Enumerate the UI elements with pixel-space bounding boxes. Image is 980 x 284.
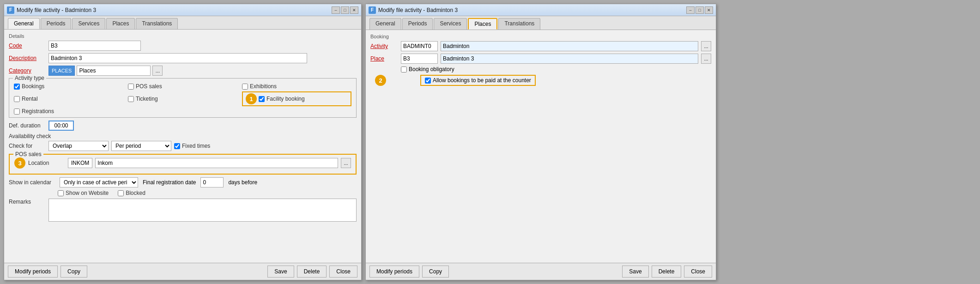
final-reg-input[interactable] <box>200 177 224 187</box>
per-period-select[interactable]: Per period <box>111 141 171 151</box>
left-window: F Modify file activity - Badminton 3 – □… <box>4 4 362 280</box>
category-input[interactable] <box>77 66 151 76</box>
facility-booking-highlight: 1 Facility booking <box>242 91 351 106</box>
availability-section: Availability check Check for Overlap Per… <box>9 133 357 151</box>
tab-general-left[interactable]: General <box>8 18 40 29</box>
details-section-label: Details <box>9 33 357 39</box>
ticketing-checkbox-item: Ticketing <box>128 91 237 106</box>
def-duration-label: Def. duration <box>9 122 46 129</box>
exhibitions-checkbox[interactable] <box>242 84 248 90</box>
ticketing-checkbox[interactable] <box>128 96 134 102</box>
facility-booking-checkbox[interactable] <box>259 96 265 102</box>
left-save-button[interactable]: Save <box>267 266 294 278</box>
place-browse-button[interactable]: ... <box>701 54 711 64</box>
place-name-input[interactable] <box>441 54 698 64</box>
bookings-checkbox-item: Bookings <box>14 83 123 90</box>
blocked-checkbox[interactable] <box>118 190 124 196</box>
left-content: Details Code Description Category PLACES… <box>4 30 361 263</box>
left-close-button[interactable]: ✕ <box>350 6 358 14</box>
right-content: Booking Activity ... Place ... Booking o… <box>366 30 716 263</box>
left-maximize-button[interactable]: □ <box>341 6 349 14</box>
registrations-checkbox[interactable] <box>14 109 20 115</box>
remarks-row: Remarks <box>9 199 357 222</box>
pos-sales-checkbox[interactable] <box>128 84 134 90</box>
right-title-bar: F Modify file activity - Badminton 3 – □… <box>366 4 716 16</box>
right-app-icon: F <box>369 6 376 14</box>
tab-general-right[interactable]: General <box>369 18 401 30</box>
category-row: Category PLACES ... <box>9 66 357 76</box>
tab-translations-left[interactable]: Translations <box>136 18 178 29</box>
category-tag: PLACES <box>48 66 75 76</box>
fixed-times-checkbox[interactable] <box>174 143 180 149</box>
def-duration-input[interactable] <box>48 121 74 131</box>
right-copy-button[interactable]: Copy <box>422 266 449 278</box>
def-duration-row: Def. duration <box>9 121 357 131</box>
fixed-times-label: Fixed times <box>182 143 210 149</box>
left-minimize-button[interactable]: – <box>332 6 340 14</box>
place-code-input[interactable] <box>401 54 438 64</box>
left-delete-button[interactable]: Delete <box>297 266 327 278</box>
category-browse-button[interactable]: ... <box>152 66 163 76</box>
right-close-button[interactable]: ✕ <box>705 6 713 14</box>
left-copy-button[interactable]: Copy <box>60 266 87 278</box>
blocked-label: Blocked <box>126 190 145 196</box>
activity-label: Activity <box>370 43 398 49</box>
pos-sales-label: POS sales <box>136 83 162 90</box>
tab-periods-left[interactable]: Periods <box>41 18 72 29</box>
pos-sales-legend: POS sales <box>13 151 43 157</box>
tab-services-right[interactable]: Services <box>434 18 467 30</box>
rental-checkbox-item: Rental <box>14 91 123 106</box>
left-window-title: Modify file activity - Badminton 3 <box>17 7 332 13</box>
right-maximize-button[interactable]: □ <box>696 6 704 14</box>
activity-browse-button[interactable]: ... <box>701 41 711 51</box>
overlap-select[interactable]: Overlap <box>48 141 109 151</box>
exhibitions-checkbox-item: Exhibitions <box>242 83 351 90</box>
description-label: Description <box>9 55 46 61</box>
booking-obligatory-checkbox[interactable] <box>401 66 407 73</box>
right-modify-periods-button[interactable]: Modify periods <box>369 266 419 278</box>
location-row: 3 Location INKOM ... <box>14 157 351 169</box>
left-modify-periods-button[interactable]: Modify periods <box>8 266 58 278</box>
registrations-checkbox-item: Registrations <box>14 108 123 115</box>
place-row: Place ... <box>370 54 711 64</box>
location-browse-button[interactable]: ... <box>341 158 351 168</box>
show-website-checkbox[interactable] <box>58 190 64 196</box>
category-field-group: PLACES ... <box>48 66 163 76</box>
allow-bookings-checkbox[interactable] <box>425 78 431 84</box>
blocked-checkbox-item: Blocked <box>118 190 145 196</box>
activity-code-input[interactable] <box>401 41 438 51</box>
right-save-button[interactable]: Save <box>622 266 648 278</box>
code-row: Code <box>9 41 357 51</box>
remarks-textarea[interactable] <box>48 199 357 222</box>
facility-booking-checkbox-item: Facility booking <box>259 96 305 102</box>
right-window-title: Modify file activity - Badminton 3 <box>378 7 686 13</box>
right-delete-button[interactable]: Delete <box>652 266 682 278</box>
location-name-input[interactable] <box>95 158 338 168</box>
tab-services-left[interactable]: Services <box>72 18 105 29</box>
rental-checkbox[interactable] <box>14 96 20 102</box>
exhibitions-label: Exhibitions <box>250 83 277 90</box>
ticketing-label: Ticketing <box>136 96 158 102</box>
right-close-button[interactable]: Close <box>684 266 712 278</box>
tab-translations-right[interactable]: Translations <box>498 18 540 30</box>
show-website-checkbox-item: Show on Website <box>58 190 109 196</box>
fixed-times-checkbox-item: Fixed times <box>174 143 210 149</box>
left-close-button[interactable]: Close <box>329 266 357 278</box>
code-input[interactable] <box>48 41 141 51</box>
left-title-bar: F Modify file activity - Badminton 3 – □… <box>4 4 361 16</box>
activity-name-input[interactable] <box>441 41 698 51</box>
show-calendar-select[interactable]: Only in case of active peri <box>60 177 138 187</box>
activity-type-legend: Activity type <box>13 75 46 81</box>
show-calendar-row: Show in calendar Only in case of active … <box>9 177 357 187</box>
left-bottom-bar: Modify periods Copy Save Delete Close <box>4 263 361 280</box>
bookings-checkbox[interactable] <box>14 84 20 90</box>
left-app-icon: F <box>7 6 14 14</box>
final-reg-label: Final registration date <box>143 179 196 186</box>
location-label: Location <box>28 160 65 166</box>
tab-places-left[interactable]: Places <box>106 18 135 29</box>
tab-periods-right[interactable]: Periods <box>402 18 433 30</box>
right-minimize-button[interactable]: – <box>686 6 695 14</box>
description-input[interactable] <box>48 53 307 63</box>
pos-sales-checkbox-item: POS sales <box>128 83 237 90</box>
tab-places-right[interactable]: Places <box>468 18 497 30</box>
